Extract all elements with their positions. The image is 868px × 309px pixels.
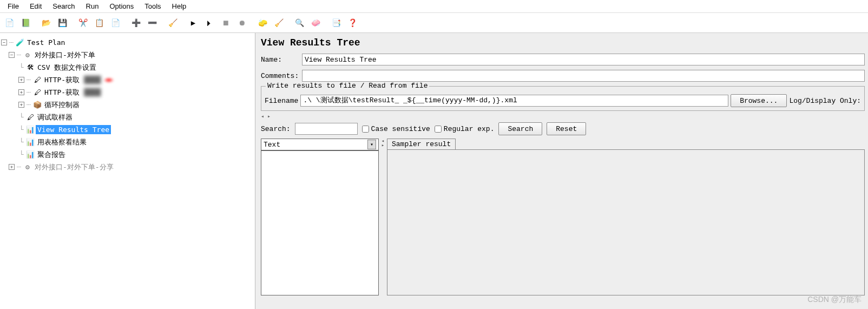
- search-label: Search:: [261, 125, 291, 133]
- tree-table[interactable]: 用表格察看结果: [36, 137, 88, 148]
- name-label: Name:: [261, 56, 302, 64]
- scroll-hint: ◂ ▸: [261, 113, 865, 119]
- sampler-icon: 🖊: [26, 113, 35, 122]
- blurred-text: ████: [82, 88, 102, 97]
- menu-options[interactable]: Options: [105, 1, 138, 11]
- add-icon[interactable]: ➕: [128, 15, 143, 30]
- menu-bar: File Edit Search Run Options Tools Help: [0, 0, 868, 13]
- blurred-text: ████: [82, 75, 102, 84]
- tree-pane: −┄🧪Test Plan −┄⚙对外接口-对外下单 └🛠CSV 数据文件设置 +…: [0, 33, 255, 309]
- right-pane: View Results Tree Name: Comments: Write …: [255, 33, 868, 309]
- tree-csv[interactable]: CSV 数据文件设置: [36, 62, 98, 73]
- menu-edit[interactable]: Edit: [25, 1, 46, 11]
- toggle-loop[interactable]: +: [18, 102, 24, 108]
- remove-icon[interactable]: ➖: [144, 15, 160, 30]
- toggle-group1[interactable]: −: [9, 52, 15, 58]
- result-body: [387, 149, 865, 295]
- renderer-combo[interactable]: Text ▾: [261, 139, 379, 150]
- listener-icon: 📊: [26, 150, 35, 159]
- testplan-icon: 🧪: [16, 38, 24, 47]
- threadgroup-icon: ⚙: [23, 163, 32, 172]
- filename-label: Filename: [265, 97, 298, 105]
- listener-icon: 📊: [26, 138, 35, 147]
- menu-run[interactable]: Run: [82, 1, 103, 11]
- threadgroup-icon: ⚙: [23, 51, 32, 60]
- sampler-icon: 🖊: [33, 88, 42, 97]
- help-icon[interactable]: ❓: [345, 15, 360, 30]
- tree-http1[interactable]: HTTP-获取: [43, 75, 81, 86]
- chevron-down-icon[interactable]: ▾: [367, 140, 376, 149]
- file-fieldset: Write results to file / Read from file F…: [261, 86, 865, 111]
- reset-button[interactable]: Reset: [547, 122, 586, 135]
- menu-help[interactable]: Help: [168, 1, 191, 11]
- start-notimers-icon[interactable]: ⏵: [202, 15, 217, 30]
- tree-http2[interactable]: HTTP-获取: [43, 87, 81, 98]
- open-icon[interactable]: 📂: [38, 15, 54, 30]
- fn1-icon[interactable]: 📑: [328, 15, 344, 30]
- toggle-group2[interactable]: +: [9, 164, 15, 170]
- comments-input[interactable]: [302, 70, 865, 82]
- sampler-icon: 🖊: [33, 76, 42, 84]
- controller-icon: 📦: [33, 101, 42, 109]
- toolbar: 📄📗📂💾✂️📋📄➕➖🧹▶⏵⏹⏺🧽🧹🔍🧼📑❓: [0, 13, 868, 33]
- regex-checkbox[interactable]: Regular exp.: [435, 125, 495, 133]
- stop-icon[interactable]: ⏹: [218, 15, 233, 30]
- tree-aggregate[interactable]: 聚合报告: [36, 149, 67, 160]
- clear-icon[interactable]: 🧹: [165, 15, 180, 30]
- comments-label: Comments:: [261, 72, 302, 80]
- menu-file[interactable]: File: [3, 1, 23, 11]
- template-icon[interactable]: 📗: [18, 15, 33, 30]
- menu-search[interactable]: Search: [48, 1, 79, 11]
- csv-icon: 🛠: [26, 63, 35, 72]
- search-input[interactable]: [295, 123, 358, 135]
- reset-search-icon[interactable]: 🧼: [308, 15, 323, 30]
- search-icon[interactable]: 🔍: [292, 15, 307, 30]
- panel-title: View Results Tree: [261, 37, 865, 48]
- toggle-root[interactable]: −: [1, 40, 7, 45]
- log-display-label: Log/Display Only:: [789, 97, 861, 105]
- cut-icon[interactable]: ✂️: [75, 15, 90, 30]
- tree-group1[interactable]: 对外接口-对外下单: [33, 50, 97, 61]
- case-sensitive-checkbox[interactable]: Case sensitive: [362, 125, 430, 133]
- paste-icon[interactable]: 📄: [108, 15, 123, 30]
- splitter[interactable]: ◂▸: [382, 139, 384, 295]
- search-button[interactable]: Search: [498, 122, 542, 135]
- tree-debug[interactable]: 调试取样器: [36, 112, 74, 123]
- menu-tools[interactable]: Tools: [140, 1, 165, 11]
- redacted-icon: [103, 77, 114, 83]
- toggle-http2[interactable]: +: [18, 89, 24, 95]
- listener-icon: 📊: [26, 126, 35, 134]
- name-input[interactable]: [302, 54, 865, 65]
- new-icon[interactable]: 📄: [2, 15, 17, 30]
- combo-value: Text: [264, 141, 280, 149]
- tree-test-plan[interactable]: Test Plan: [25, 38, 67, 47]
- tree-view-results[interactable]: View Results Tree: [36, 125, 111, 134]
- watermark: CSDN @万能车: [807, 295, 862, 305]
- filename-input[interactable]: .\ \测试数据\testResult_ _${__time(yyyy-MM-d…: [300, 95, 728, 107]
- clear1-icon[interactable]: 🧽: [255, 15, 270, 30]
- browse-button[interactable]: Browse...: [731, 94, 787, 107]
- start-icon[interactable]: ▶: [186, 15, 201, 30]
- clear2-icon[interactable]: 🧹: [271, 15, 286, 30]
- save-icon[interactable]: 💾: [55, 15, 70, 30]
- results-list[interactable]: [261, 150, 379, 295]
- shutdown-icon[interactable]: ⏺: [234, 15, 249, 30]
- tree-loop[interactable]: 循环控制器: [43, 100, 81, 110]
- copy-icon[interactable]: 📋: [91, 15, 107, 30]
- toggle-http1[interactable]: +: [18, 77, 24, 83]
- tree-group2[interactable]: 对外接口-对外下单-分享: [33, 162, 115, 173]
- fieldset-legend: Write results to file / Read from file: [266, 82, 429, 90]
- tab-sampler-result[interactable]: Sampler result: [387, 139, 456, 149]
